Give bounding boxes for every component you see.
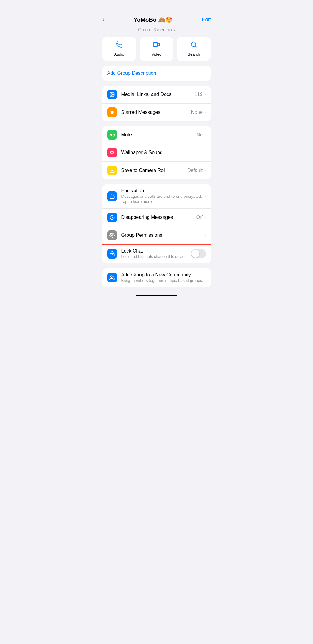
starred-messages-title: Starred Messages: [121, 110, 191, 115]
search-label: Search: [188, 52, 200, 57]
audio-label: Audio: [114, 52, 124, 57]
media-links-docs-content: Media, Links, and Docs: [121, 92, 195, 97]
svg-point-11: [111, 235, 113, 236]
group-permissions-title: Group Permissions: [121, 233, 205, 238]
starred-messages-row[interactable]: Starred Messages None ›: [102, 104, 211, 121]
search-icon: [191, 41, 197, 50]
mute-icon: [107, 130, 117, 140]
encryption-icon: [107, 191, 117, 201]
page-title: YoMoBo 🙈🤩: [134, 16, 173, 23]
add-to-community-chevron: ›: [205, 275, 206, 280]
svg-marker-0: [158, 43, 159, 46]
wallpaper-icon: ✿: [107, 148, 117, 157]
star-icon: [107, 107, 117, 117]
encryption-subtitle: Messages and calls are end-to-end encryp…: [121, 194, 205, 204]
lock-chat-row[interactable]: Lock Chat Lock and hide this chat on thi…: [102, 244, 211, 263]
lock-person-icon: [107, 249, 117, 259]
wallpaper-content: Wallpaper & Sound: [121, 150, 203, 155]
svg-rect-9: [110, 196, 114, 198]
encryption-content: Encryption Messages and calls are end-to…: [121, 188, 205, 204]
nav-bar: ‹ YoMoBo 🙈🤩 Edit: [98, 13, 216, 27]
mute-value: No: [196, 132, 202, 137]
add-to-community-subtitle: Bring members together in topic-based gr…: [121, 278, 205, 283]
phone-icon: [116, 41, 122, 50]
save-camera-roll-row[interactable]: Save to Camera Roll Default ›: [102, 162, 211, 179]
wallpaper-chevron: ›: [205, 150, 206, 155]
disappearing-messages-row[interactable]: Disappearing Messages Off ›: [102, 209, 211, 226]
starred-messages-value: None: [191, 110, 203, 115]
video-button[interactable]: Video: [140, 37, 173, 61]
community-section: Add Group to a New Community Bring membe…: [102, 268, 211, 287]
group-permissions-content: Group Permissions: [121, 233, 205, 238]
starred-messages-content: Starred Messages: [121, 110, 191, 115]
svg-rect-1: [153, 43, 158, 47]
disappearing-messages-value: Off: [196, 215, 203, 220]
group-permissions-chevron: ›: [205, 233, 206, 238]
mute-chevron: ›: [205, 132, 206, 137]
home-bar: [136, 295, 177, 296]
back-button[interactable]: ‹: [102, 16, 105, 24]
save-camera-roll-value: Default: [187, 168, 203, 173]
encryption-row[interactable]: Encryption Messages and calls are end-to…: [102, 184, 211, 209]
add-description-button[interactable]: Add Group Description: [102, 66, 211, 81]
encryption-chevron: ›: [205, 194, 206, 199]
video-icon: [153, 41, 160, 50]
lock-chat-toggle[interactable]: [191, 249, 206, 258]
svg-point-5: [111, 93, 112, 94]
svg-marker-6: [110, 110, 114, 114]
toggle-knob: [191, 250, 199, 258]
encryption-title: Encryption: [121, 188, 205, 193]
gear-icon: [107, 230, 117, 240]
wallpaper-sound-row[interactable]: ✿ Wallpaper & Sound ›: [102, 144, 211, 162]
main-content: Audio Video Search Add Group Description: [98, 37, 216, 287]
svg-marker-7: [110, 133, 112, 137]
media-links-docs-row[interactable]: Media, Links, and Docs 119 ›: [102, 86, 211, 104]
svg-point-14: [110, 276, 112, 277]
save-camera-roll-content: Save to Camera Roll: [121, 168, 188, 173]
lock-chat-subtitle: Lock and hide this chat on this device.: [121, 254, 191, 259]
media-links-docs-value: 119: [195, 92, 203, 97]
home-indicator: [98, 292, 216, 302]
add-to-community-content: Add Group to a New Community Bring membe…: [121, 272, 205, 283]
disappearing-messages-content: Disappearing Messages: [121, 215, 196, 220]
media-icon: [107, 90, 117, 99]
edit-button[interactable]: Edit: [202, 17, 211, 23]
mute-title: Mute: [121, 132, 197, 137]
search-button[interactable]: Search: [177, 37, 211, 61]
svg-line-3: [195, 46, 196, 47]
group-icon: [107, 273, 117, 282]
media-section: Media, Links, and Docs 119 › Starred Mes…: [102, 86, 211, 121]
add-to-community-title: Add Group to a New Community: [121, 272, 205, 278]
svg-point-13: [112, 254, 112, 255]
audio-button[interactable]: Audio: [102, 37, 136, 61]
group-subtitle: Group · 3 members: [98, 27, 216, 37]
save-camera-roll-chevron: ›: [205, 168, 206, 173]
status-bar: [98, 0, 216, 13]
mute-row[interactable]: Mute No ›: [102, 126, 211, 144]
privacy-section: Encryption Messages and calls are end-to…: [102, 184, 211, 263]
group-permissions-row[interactable]: Group Permissions ›: [102, 226, 211, 244]
save-camera-roll-title: Save to Camera Roll: [121, 168, 188, 173]
add-to-community-row[interactable]: Add Group to a New Community Bring membe…: [102, 268, 211, 287]
notifications-section: Mute No › ✿ Wallpaper & Sound › Save to: [102, 126, 211, 179]
action-buttons-row: Audio Video Search: [102, 37, 211, 61]
starred-messages-chevron: ›: [205, 110, 206, 115]
lock-chat-content: Lock Chat Lock and hide this chat on thi…: [121, 248, 191, 259]
download-icon: [107, 166, 117, 175]
video-label: Video: [152, 52, 161, 57]
media-links-docs-chevron: ›: [205, 92, 206, 97]
mute-content: Mute: [121, 132, 197, 137]
lock-chat-title: Lock Chat: [121, 248, 191, 254]
disappearing-messages-title: Disappearing Messages: [121, 215, 196, 220]
disappearing-messages-chevron: ›: [205, 215, 206, 220]
timer-icon: [107, 213, 117, 222]
wallpaper-title: Wallpaper & Sound: [121, 150, 203, 155]
media-links-docs-title: Media, Links, and Docs: [121, 92, 195, 97]
